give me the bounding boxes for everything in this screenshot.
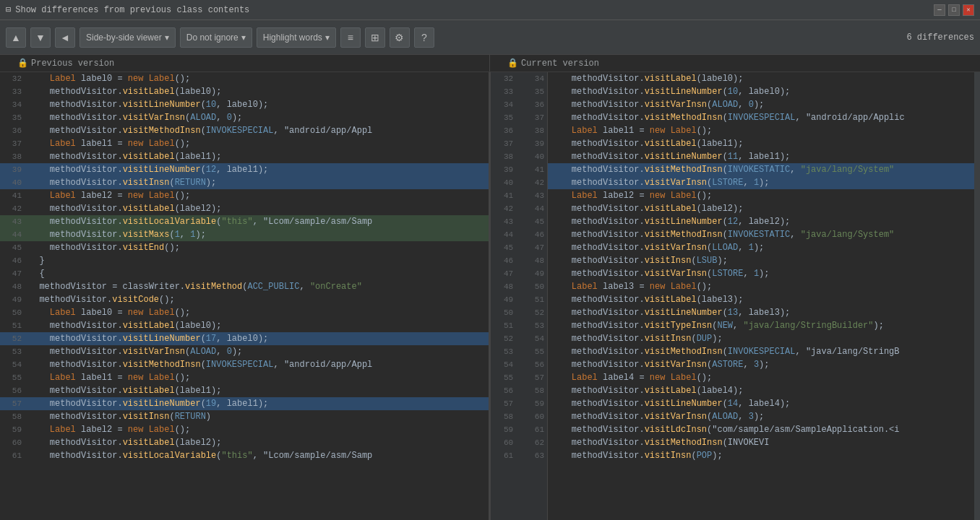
settings-icon-button[interactable]: ≡ (340, 27, 361, 48)
nav-prev-button[interactable]: ◄ (55, 27, 75, 48)
line-content: methodVisitor.visitMethodInsn(INVOKESPEC… (548, 111, 974, 124)
line-number: 42 (0, 202, 26, 215)
line-content: methodVisitor.visitLineNumber(13, label3… (548, 306, 974, 319)
center-left-num: 35 (491, 111, 516, 124)
line-content: methodVisitor.visitLineNumber(12, label1… (26, 163, 489, 176)
left-panel-title: Previous version (31, 58, 114, 69)
line-number: 57 (0, 397, 26, 410)
center-right-num: 59 (522, 397, 547, 410)
diff-panels: 32 Label label0 = new Label();33 methodV… (0, 72, 980, 520)
left-line-23: 55 Label label1 = new Label(); (0, 371, 489, 384)
center-left-num: 61 (491, 449, 516, 462)
line-number: 58 (0, 410, 26, 423)
viewer-dropdown-icon: ▾ (165, 32, 169, 43)
line-content: methodVisitor.visitVarInsn(LSTORE, 1); (548, 267, 974, 280)
gear-icon-button[interactable]: ⚙ (390, 27, 410, 48)
line-content: methodVisitor.visitEnd(); (26, 241, 489, 254)
maximize-button[interactable]: □ (948, 4, 960, 16)
highlight-selector[interactable]: Highlight words ▾ (257, 27, 336, 48)
line-content: Label label1 = new Label(); (26, 371, 489, 384)
toolbar: ▲ ▼ ◄ Side-by-side viewer ▾ Do not ignor… (0, 20, 980, 55)
center-left-num: 48 (491, 280, 516, 293)
line-content: methodVisitor.visitVarInsn(ALOAD, 0); (26, 345, 489, 358)
left-line-14: 46 } (0, 254, 489, 267)
nav-up-button[interactable]: ▲ (6, 27, 26, 48)
line-content: methodVisitor.visitInsn(RETURN) (26, 410, 489, 423)
left-line-22: 54 methodVisitor.visitMethodInsn(INVOKES… (0, 358, 489, 371)
center-right-num: 49 (522, 267, 547, 280)
line-number: 47 (0, 267, 26, 280)
line-number: 36 (0, 124, 26, 137)
left-panel: 32 Label label0 = new Label();33 methodV… (0, 72, 490, 520)
line-number: 37 (0, 137, 26, 150)
left-line-26: 58 methodVisitor.visitInsn(RETURN) (0, 410, 489, 423)
line-number: 38 (0, 150, 26, 163)
line-number: 41 (0, 189, 26, 202)
center-right-num: 58 (522, 384, 547, 397)
line-content: methodVisitor.visitVarInsn(ALOAD, 0); (26, 111, 489, 124)
center-num-row: 3537 (491, 111, 547, 124)
line-content: methodVisitor.visitVarInsn(ALOAD, 0); (548, 98, 974, 111)
help-icon-button[interactable]: ? (414, 27, 434, 48)
right-panel-title: Current version (521, 58, 599, 69)
line-number: 48 (0, 280, 26, 293)
center-num-row: 4042 (491, 176, 547, 189)
center-right-num: 38 (522, 124, 547, 137)
center-left-num: 38 (491, 150, 516, 163)
center-right-num: 54 (522, 332, 547, 345)
line-content: methodVisitor.visitLabel(label1); (26, 384, 489, 397)
title-bar-left: ⊟ Show differences from previous class c… (6, 4, 249, 15)
line-number: 46 (0, 254, 26, 267)
nav-down-button[interactable]: ▼ (30, 27, 51, 48)
line-content: methodVisitor.visitMethodInsn(INVOKESPEC… (26, 124, 489, 137)
left-line-29: 61 methodVisitor.visitLocalVariable("thi… (0, 449, 489, 462)
line-number: 44 (0, 228, 26, 241)
left-line-15: 47 { (0, 267, 489, 280)
right-line-23: Label label4 = new Label(); (548, 371, 974, 384)
center-right-num: 56 (522, 358, 547, 371)
left-line-7: 39 methodVisitor.visitLineNumber(12, lab… (0, 163, 489, 176)
line-content: methodVisitor.visitMethodInsn(INVOKESTAT… (548, 163, 974, 176)
center-right-num: 47 (522, 241, 547, 254)
center-num-row: 4850 (491, 280, 547, 293)
left-line-11: 43 methodVisitor.visitLocalVariable("thi… (0, 215, 489, 228)
center-num-row: 5961 (491, 423, 547, 436)
line-content: Label label1 = new Label(); (26, 137, 489, 150)
line-content: methodVisitor.visitLineNumber(11, label1… (548, 150, 974, 163)
diff-count: 6 differences (906, 32, 974, 43)
center-left-num: 53 (491, 345, 516, 358)
center-left-num: 58 (491, 410, 516, 423)
columns-icon-button[interactable]: ⊞ (365, 27, 385, 48)
center-left-num: 59 (491, 423, 516, 436)
viewer-selector[interactable]: Side-by-side viewer ▾ (79, 27, 176, 48)
line-number: 56 (0, 384, 26, 397)
center-num-row: 3335 (491, 85, 547, 98)
line-content: Label label1 = new Label(); (548, 124, 974, 137)
minimize-button[interactable]: ─ (934, 4, 945, 16)
line-content: methodVisitor.visitMaxs(1, 1); (26, 228, 489, 241)
center-num-row: 3941 (491, 163, 547, 176)
center-num-row: 3739 (491, 137, 547, 150)
line-content: methodVisitor.visitLineNumber(10, label0… (26, 98, 489, 111)
left-line-1: 33 methodVisitor.visitLabel(label0); (0, 85, 489, 98)
center-left-num: 34 (491, 98, 516, 111)
close-button[interactable]: ✕ (963, 4, 974, 16)
center-num-row: 3840 (491, 150, 547, 163)
center-right-num: 57 (522, 371, 547, 384)
vertical-scrollbar[interactable] (974, 72, 980, 520)
line-number: 39 (0, 163, 26, 176)
center-left-num: 56 (491, 384, 516, 397)
center-num-row: 5456 (491, 358, 547, 371)
center-right-num: 62 (522, 436, 547, 449)
center-left-num: 60 (491, 436, 516, 449)
left-line-0: 32 Label label0 = new Label(); (0, 72, 489, 85)
ignore-dropdown-icon: ▾ (241, 32, 246, 43)
left-line-18: 50 Label label0 = new Label(); (0, 306, 489, 319)
line-content: methodVisitor.visitMethodInsn(INVOKESPEC… (26, 358, 489, 371)
ignore-selector[interactable]: Do not ignore ▾ (180, 27, 252, 48)
line-content: methodVisitor.visitLabel(label2); (26, 202, 489, 215)
right-panel: methodVisitor.visitLabel(label0); method… (548, 72, 974, 520)
right-code-area: methodVisitor.visitLabel(label0); method… (548, 72, 974, 520)
line-content: methodVisitor.visitLabel(label0); (26, 85, 489, 98)
right-line-11: methodVisitor.visitLineNumber(12, label2… (548, 215, 974, 228)
